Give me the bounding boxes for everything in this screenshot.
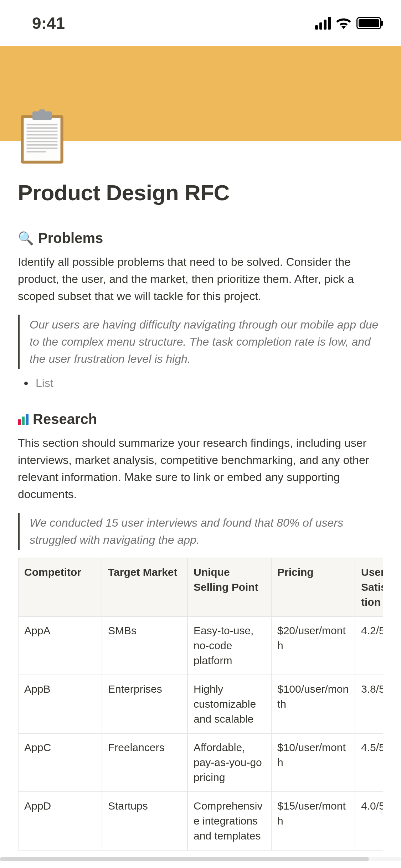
cell[interactable]: Enterprises <box>102 675 187 733</box>
cell[interactable]: Easy-to-use, no-code platform <box>187 616 271 675</box>
svg-rect-3 <box>39 109 45 113</box>
cell[interactable]: Freelancers <box>102 733 187 792</box>
svg-rect-10 <box>27 144 58 146</box>
cell[interactable]: $100/user/month <box>271 675 355 733</box>
th-pricing[interactable]: Pricing <box>271 558 355 616</box>
th-satisfaction[interactable]: User Satisfaction <box>355 558 383 616</box>
status-time: 9:41 <box>32 14 65 33</box>
problems-heading[interactable]: 🔍 Problems <box>18 230 383 246</box>
page-body: Product Design RFC 🔍 Problems Identify a… <box>0 141 401 868</box>
th-target-market[interactable]: Target Market <box>102 558 187 616</box>
table-row[interactable]: AppB Enterprises Highly customizable and… <box>18 675 383 733</box>
svg-rect-9 <box>27 141 58 142</box>
bullet-icon <box>24 382 28 385</box>
table-row[interactable]: AppA SMBs Easy-to-use, no-code platform … <box>18 616 383 675</box>
th-competitor[interactable]: Competitor <box>18 558 102 616</box>
cell[interactable]: Startups <box>102 792 187 850</box>
list-placeholder-text: List <box>36 377 53 390</box>
problems-heading-text: Problems <box>38 230 103 246</box>
svg-rect-11 <box>27 148 58 149</box>
status-bar: 9:41 <box>0 0 401 46</box>
svg-rect-12 <box>27 151 46 153</box>
research-heading[interactable]: Research <box>18 411 383 427</box>
th-usp[interactable]: Unique Selling Point <box>187 558 271 616</box>
svg-rect-5 <box>27 127 58 129</box>
cell[interactable]: 3.8/5 <box>355 675 383 733</box>
wifi-icon <box>336 17 351 29</box>
section-problems: 🔍 Problems Identify all possible problem… <box>18 230 383 390</box>
cell[interactable]: SMBs <box>102 616 187 675</box>
table-header-row: Competitor Target Market Unique Selling … <box>18 558 383 616</box>
page-cover[interactable] <box>0 46 401 141</box>
cell[interactable]: 4.2/5 <box>355 616 383 675</box>
cell[interactable]: Highly customizable and scalable <box>187 675 271 733</box>
svg-rect-6 <box>27 131 58 132</box>
cell[interactable]: AppC <box>18 733 102 792</box>
cell[interactable]: $15/user/month <box>271 792 355 850</box>
page-title[interactable]: Product Design RFC <box>18 180 383 205</box>
cell[interactable]: AppA <box>18 616 102 675</box>
status-indicators <box>315 17 381 30</box>
battery-icon <box>356 17 381 29</box>
table-row[interactable]: AppD Startups Comprehensive integrations… <box>18 792 383 850</box>
cell[interactable]: Affordable, pay-as-you-go pricing <box>187 733 271 792</box>
research-description[interactable]: This section should summarize your resea… <box>18 434 383 503</box>
cell[interactable]: AppB <box>18 675 102 733</box>
cell[interactable]: $20/user/month <box>271 616 355 675</box>
problems-quote[interactable]: Our users are having difficulty navigati… <box>18 315 383 369</box>
cell[interactable]: 4.0/5 <box>355 792 383 850</box>
svg-rect-4 <box>27 124 58 125</box>
cell[interactable]: AppD <box>18 792 102 850</box>
table-row[interactable]: AppC Freelancers Affordable, pay-as-you-… <box>18 733 383 792</box>
section-research: Research This section should summarize y… <box>18 411 383 861</box>
cell[interactable]: $10/user/month <box>271 733 355 792</box>
svg-rect-8 <box>27 138 58 139</box>
magnifier-icon: 🔍 <box>18 231 34 246</box>
bar-chart-icon <box>18 414 29 425</box>
research-table-container[interactable]: Competitor Target Market Unique Selling … <box>18 558 383 851</box>
problems-description[interactable]: Identify all possible problems that need… <box>18 253 383 305</box>
page-icon-clipboard[interactable] <box>18 109 66 165</box>
cellular-signal-icon <box>315 17 331 30</box>
svg-rect-7 <box>27 134 58 135</box>
competitor-table[interactable]: Competitor Target Market Unique Selling … <box>18 558 383 851</box>
cell[interactable]: 4.5/5 <box>355 733 383 792</box>
cell[interactable]: Comprehensive integrations and templates <box>187 792 271 850</box>
horizontal-scrollbar[interactable] <box>0 857 401 861</box>
problems-list-item[interactable]: List <box>18 377 383 390</box>
research-heading-text: Research <box>33 411 97 427</box>
research-quote[interactable]: We conducted 15 user interviews and foun… <box>18 513 383 550</box>
